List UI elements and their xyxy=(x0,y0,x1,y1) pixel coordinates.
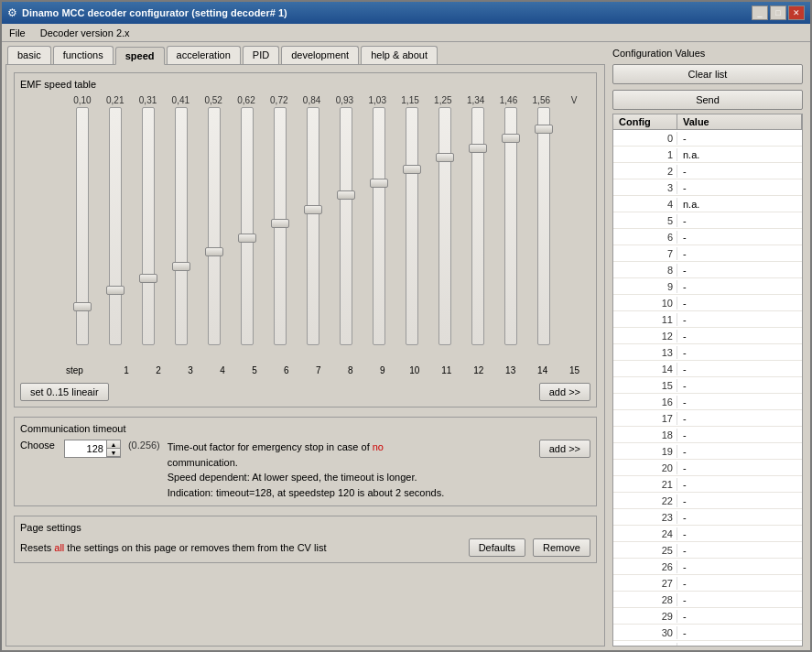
slider-3[interactable] xyxy=(142,107,155,345)
maximize-button[interactable]: □ xyxy=(770,5,786,20)
step-label-4: 4 xyxy=(206,365,238,375)
config-values-title: Configuration Values xyxy=(609,46,807,60)
config-row-value: - xyxy=(677,494,802,507)
config-row: 26- xyxy=(613,559,802,575)
config-row: 30- xyxy=(613,625,802,641)
config-row: 27- xyxy=(613,575,802,592)
slider-2[interactable] xyxy=(109,107,122,345)
config-row-value: - xyxy=(677,231,802,244)
config-row-value: - xyxy=(677,165,802,178)
config-row-value: - xyxy=(677,560,802,573)
title-bar-left: ⚙ Dinamo MCC decoder configurator (setti… xyxy=(7,6,287,19)
config-table-header: Config Value xyxy=(613,114,802,130)
menu-file[interactable]: File xyxy=(5,27,29,39)
tab-functions[interactable]: functions xyxy=(53,46,114,64)
step-label-header: step xyxy=(66,365,111,375)
tab-pid[interactable]: PID xyxy=(243,46,279,64)
config-row-number: 19 xyxy=(613,445,677,458)
slider-11[interactable] xyxy=(406,107,418,345)
config-row-value: - xyxy=(677,363,802,375)
menu-decoder-version[interactable]: Decoder version 2.x xyxy=(37,27,134,39)
step-label-5: 5 xyxy=(238,365,270,375)
config-row-value: - xyxy=(677,511,802,524)
config-row-number: 21 xyxy=(613,478,677,491)
slider-6[interactable] xyxy=(241,107,254,345)
voltage-labels-row: 0,10 0,21 0,31 0,41 0,52 0,62 0,72 0,84 … xyxy=(20,95,590,105)
config-row-value: - xyxy=(677,379,802,392)
config-row-number: 2 xyxy=(613,165,677,178)
clear-list-button[interactable]: Clear list xyxy=(612,64,803,84)
emf-section: EMF speed table 0,10 0,21 0,31 0,41 0,52… xyxy=(14,72,597,408)
config-row-value: - xyxy=(677,181,802,194)
slider-1[interactable] xyxy=(76,107,89,345)
comm-value-input[interactable] xyxy=(65,442,106,455)
config-row: 23- xyxy=(613,509,802,526)
slider-9[interactable] xyxy=(340,107,352,345)
config-row-number: 27 xyxy=(613,577,677,590)
vlabel-5: 0,62 xyxy=(230,95,263,105)
vlabel-9: 1,03 xyxy=(361,95,394,105)
header-value: Value xyxy=(677,114,802,129)
config-row-value: - xyxy=(677,462,802,474)
remove-button[interactable]: Remove xyxy=(533,538,590,557)
tab-bar: basic functions speed acceleration PID d… xyxy=(2,42,609,64)
slider-col-10 xyxy=(363,107,395,364)
config-row-number: 4 xyxy=(613,198,677,211)
defaults-button[interactable]: Defaults xyxy=(469,538,525,557)
step-label-9: 9 xyxy=(366,365,398,375)
tab-help[interactable]: help & about xyxy=(361,46,438,64)
title-bar: ⚙ Dinamo MCC decoder configurator (setti… xyxy=(2,2,810,24)
minimize-button[interactable]: _ xyxy=(752,5,768,20)
spinner-down-button[interactable]: ▼ xyxy=(107,449,120,457)
send-button[interactable]: Send xyxy=(612,90,803,110)
config-row: 13- xyxy=(613,344,802,361)
config-row-number: 30 xyxy=(613,626,677,639)
vlabel-v: V xyxy=(558,95,590,105)
config-row: 4n.a. xyxy=(613,196,802,212)
page-settings-highlight: all xyxy=(54,542,64,553)
slider-12[interactable] xyxy=(438,107,451,345)
config-row-value: - xyxy=(677,396,802,408)
emf-add-button[interactable]: add >> xyxy=(539,383,590,401)
config-table-body[interactable]: 0-1n.a.2-3-4n.a.5-6-7-8-9-10-11-12-13-14… xyxy=(613,130,802,646)
config-row-value: n.a. xyxy=(677,148,802,161)
config-row: 31n.a. xyxy=(613,641,802,646)
slider-8[interactable] xyxy=(307,107,319,345)
page-settings-row: Resets all the settings on this page or … xyxy=(20,538,590,557)
tab-development[interactable]: development xyxy=(281,46,359,64)
config-row-value: - xyxy=(677,593,802,606)
emf-buttons-row: set 0..15 lineair add >> xyxy=(20,383,590,401)
set-linear-button[interactable]: set 0..15 lineair xyxy=(20,383,109,401)
slider-14[interactable] xyxy=(504,107,517,345)
vlabel-4: 0,52 xyxy=(197,95,230,105)
page-settings-section: Page settings Resets all the settings on… xyxy=(14,516,597,563)
vlabel-3: 0,41 xyxy=(164,95,197,105)
slider-15[interactable] xyxy=(537,107,550,345)
config-row-number: 1 xyxy=(613,148,677,161)
config-row: 19- xyxy=(613,443,802,460)
comm-display-value: (0.256) xyxy=(128,440,160,451)
config-row-value: - xyxy=(677,330,802,342)
close-button[interactable]: ✕ xyxy=(788,5,805,20)
spinner-up-button[interactable]: ▲ xyxy=(107,440,120,449)
page-settings-text: Resets all the settings on this page or … xyxy=(20,542,461,553)
slider-7[interactable] xyxy=(274,107,287,345)
slider-13[interactable] xyxy=(471,107,484,345)
tab-speed[interactable]: speed xyxy=(115,47,165,65)
config-row-value: - xyxy=(677,445,802,458)
config-row: 29- xyxy=(613,608,802,625)
emf-section-title: EMF speed table xyxy=(20,79,590,90)
slider-4[interactable] xyxy=(175,107,188,345)
config-row-number: 8 xyxy=(613,264,677,277)
slider-5[interactable] xyxy=(208,107,221,345)
tab-basic[interactable]: basic xyxy=(7,46,51,64)
config-row-value: n.a. xyxy=(677,643,802,647)
config-row-value: - xyxy=(677,297,802,310)
step-labels-row: step 1 2 3 4 5 6 7 8 9 10 11 12 xyxy=(20,365,590,375)
tab-acceleration[interactable]: acceleration xyxy=(167,46,241,64)
slider-10[interactable] xyxy=(373,107,385,345)
vlabel-1: 0,21 xyxy=(99,95,132,105)
config-row: 22- xyxy=(613,493,802,509)
comm-add-button[interactable]: add >> xyxy=(539,440,590,458)
step-label-1: 1 xyxy=(111,365,143,375)
